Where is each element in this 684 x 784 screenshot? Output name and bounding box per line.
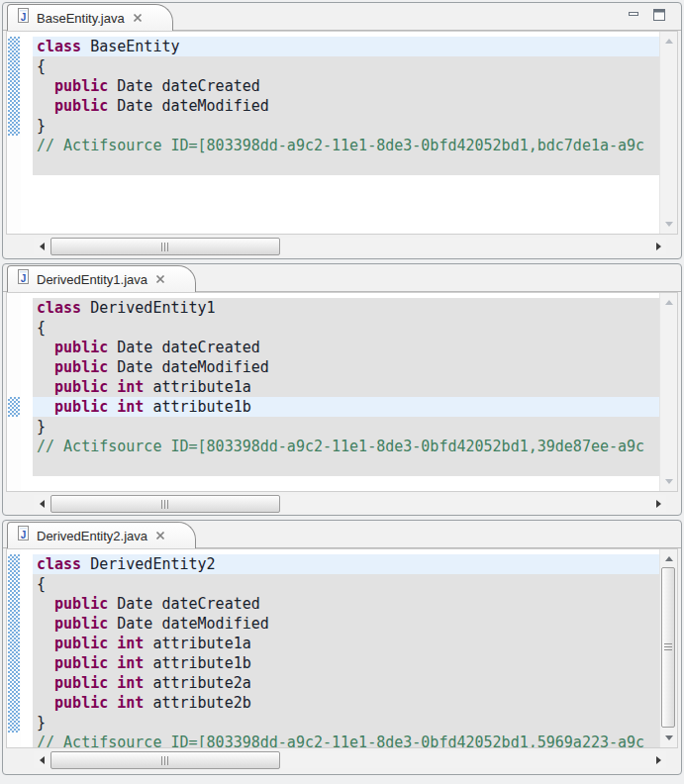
code-line: public Date dateCreated	[33, 338, 659, 357]
vertical-scrollbar[interactable]	[659, 549, 677, 747]
horizontal-scrollbar-thumb[interactable]	[50, 495, 280, 513]
code-token	[37, 378, 54, 396]
arrow-up-icon	[665, 300, 673, 305]
annotation-ruler[interactable]	[7, 32, 21, 234]
code-token	[108, 635, 117, 652]
maximize-icon	[652, 8, 666, 22]
code-editor[interactable]: class BaseEntity{ public Date dateCreate…	[6, 31, 678, 235]
tab-label: DerivedEntity2.java	[37, 529, 147, 543]
keyword-token: public	[54, 339, 108, 356]
code-token: attribute1b	[144, 654, 250, 672]
code-token	[37, 595, 54, 613]
code-token	[37, 77, 54, 95]
keyword-token: public	[54, 97, 108, 115]
code-line: public Date dateModified	[33, 96, 659, 116]
annotation-ruler[interactable]	[7, 293, 21, 491]
java-file-icon: J	[16, 8, 31, 28]
close-icon[interactable]	[155, 531, 165, 540]
keyword-token: public	[54, 635, 108, 652]
code-line: }	[33, 417, 659, 437]
scrollbar-grip-icon	[161, 243, 170, 251]
horizontal-scrollbar-thumb[interactable]	[50, 238, 280, 255]
code-token: Date dateCreated	[108, 595, 260, 613]
code-token	[37, 339, 54, 356]
code-token: }	[37, 418, 46, 436]
scroll-right-button[interactable]	[650, 751, 666, 768]
minimize-button[interactable]	[626, 8, 641, 22]
code-line: {	[33, 574, 659, 594]
editor-tab[interactable]: J BaseEntity.java	[7, 4, 173, 31]
keyword-token: public	[54, 694, 108, 712]
horizontal-scrollbar-thumb[interactable]	[50, 751, 280, 769]
code-token	[37, 358, 54, 376]
editor-tab[interactable]: J DerivedEntity2.java	[7, 522, 196, 548]
code-token	[37, 654, 54, 672]
code-token	[37, 615, 54, 633]
svg-text:J: J	[21, 12, 27, 23]
change-annotation	[8, 397, 20, 417]
horizontal-scrollbar[interactable]	[34, 495, 666, 512]
arrow-left-icon	[40, 500, 45, 508]
code-token: Date dateCreated	[108, 339, 260, 356]
tab-strip: J DerivedEntity2.java	[3, 521, 681, 548]
arrow-left-icon	[40, 756, 45, 764]
code-line: // Actifsource ID=[803398dd-a9c2-11e1-8d…	[33, 733, 659, 747]
scroll-right-button[interactable]	[650, 238, 666, 254]
keyword-token: public	[54, 615, 108, 633]
scroll-left-button[interactable]	[34, 495, 49, 512]
annotation-ruler[interactable]	[7, 549, 21, 747]
arrow-right-icon	[656, 243, 661, 250]
horizontal-scrollbar[interactable]	[34, 751, 666, 768]
code-token: Date dateModified	[108, 97, 269, 115]
arrow-down-icon	[665, 222, 673, 227]
close-icon[interactable]	[133, 13, 143, 23]
vertical-scrollbar-thumb[interactable]	[661, 567, 675, 728]
code-token: DerivedEntity1	[81, 299, 215, 317]
keyword-token: public	[54, 358, 108, 376]
scroll-down-button[interactable]	[660, 216, 677, 233]
horizontal-scrollbar[interactable]	[34, 238, 666, 254]
editor-tab[interactable]: J DerivedEntity1.java	[7, 265, 196, 292]
editor-gutter	[21, 549, 33, 747]
editor-gutter	[21, 32, 33, 234]
scroll-down-button[interactable]	[660, 473, 677, 490]
keyword-token: class	[37, 299, 81, 317]
code-editor[interactable]: class DerivedEntity1{ public Date dateCr…	[6, 292, 678, 492]
scroll-down-button[interactable]	[660, 730, 677, 746]
code-token	[108, 674, 117, 692]
code-area[interactable]: class BaseEntity{ public Date dateCreate…	[33, 32, 659, 234]
code-line: }	[33, 713, 659, 733]
code-line: class BaseEntity	[33, 37, 659, 56]
code-token: attribute1b	[144, 398, 250, 416]
tab-label: DerivedEntity1.java	[37, 272, 147, 287]
tab-label: BaseEntity.java	[37, 11, 125, 26]
code-area[interactable]: class DerivedEntity1{ public Date dateCr…	[33, 293, 659, 491]
scroll-up-button[interactable]	[660, 33, 677, 49]
code-token	[108, 398, 117, 416]
minimize-icon	[628, 9, 640, 21]
scroll-left-button[interactable]	[34, 751, 49, 768]
code-token: DerivedEntity2	[81, 555, 215, 573]
code-token	[37, 97, 54, 115]
scroll-right-button[interactable]	[650, 495, 666, 512]
svg-text:J: J	[21, 273, 27, 284]
scroll-left-button[interactable]	[34, 238, 49, 254]
code-token: Date dateCreated	[108, 77, 260, 95]
code-editor[interactable]: class DerivedEntity2{ public Date dateCr…	[6, 548, 678, 748]
comment-token: // Actifsource ID=[803398dd-a9c2-11e1-8d…	[37, 438, 644, 455]
vertical-scrollbar[interactable]	[659, 293, 677, 491]
keyword-token: class	[37, 38, 81, 55]
code-line: public Date dateModified	[33, 614, 659, 634]
code-area[interactable]: class DerivedEntity2{ public Date dateCr…	[33, 549, 659, 747]
code-line: // Actifsource ID=[803398dd-a9c2-11e1-8d…	[33, 136, 659, 155]
maximize-button[interactable]	[651, 8, 667, 22]
close-icon[interactable]	[155, 274, 165, 284]
vertical-scrollbar[interactable]	[659, 32, 677, 234]
scroll-up-button[interactable]	[660, 550, 677, 567]
code-line: }	[33, 116, 659, 136]
code-token: }	[37, 714, 46, 732]
keyword-token: public	[54, 378, 108, 396]
code-token	[37, 398, 54, 416]
scroll-up-button[interactable]	[660, 294, 677, 311]
keyword-token: int	[117, 378, 144, 396]
